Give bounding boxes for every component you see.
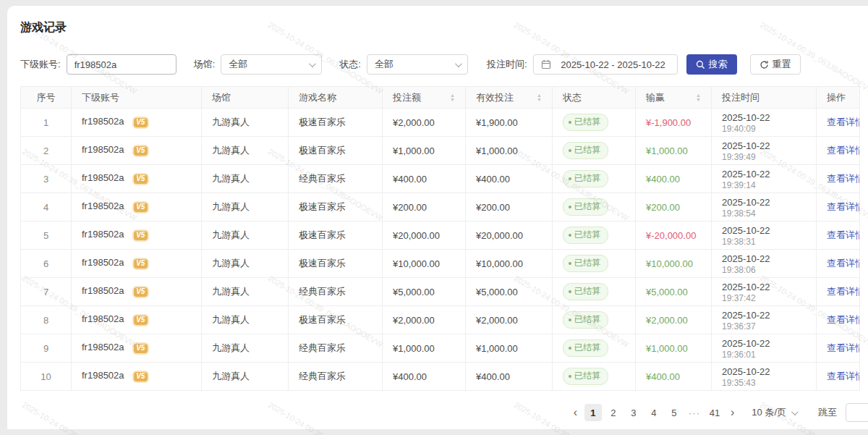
bet-amount-cell: ¥1,000.00 (383, 334, 466, 363)
account-name: fr198502a (82, 200, 124, 211)
row-index: 6 (21, 250, 72, 278)
bet-amount-cell: ¥400.00 (383, 165, 466, 193)
status-badge: 已结算 (563, 311, 608, 329)
view-details-link[interactable]: 查看详情 (827, 342, 860, 353)
account-name: fr198502a (82, 285, 124, 296)
reset-button[interactable]: 重置 (750, 54, 801, 75)
view-details-link[interactable]: 查看详情 (827, 286, 860, 297)
jump-to-input[interactable] (846, 403, 868, 422)
filter-bar: 下级账号: 场馆: 全部 状态: 全部 投注时间: 2025-10-22 - 2… (20, 54, 861, 75)
bet-amount-cell: ¥400.00 (383, 363, 466, 391)
page-button[interactable]: 1 (584, 404, 602, 421)
bet-date: 2025-10-22 (722, 140, 806, 152)
account-name: fr198502a (82, 229, 124, 240)
bet-time-cell: 2025-10-22 19:39:14 (712, 165, 817, 193)
action-cell: 查看详情 (817, 334, 860, 363)
view-details-link[interactable]: 查看详情 (827, 258, 860, 269)
valid-bet-cell: ¥20,000.00 (466, 221, 553, 250)
prev-page-button[interactable]: ‹ (569, 406, 582, 419)
bet-date: 2025-10-22 (722, 169, 806, 180)
header-venue: 场馆 (202, 87, 289, 109)
action-cell: 查看详情 (817, 109, 860, 137)
page-button[interactable]: 4 (645, 404, 663, 421)
header-index: 序号 (21, 87, 72, 109)
vip-badge: V5 (132, 258, 149, 270)
status-select[interactable]: 全部 (367, 54, 468, 75)
status-dot-icon (569, 262, 571, 265)
date-range-picker[interactable]: 2025-10-22 - 2025-10-22 (533, 54, 678, 75)
status-cell: 已结算 (553, 193, 636, 221)
page-button[interactable]: 3 (625, 404, 642, 421)
action-cell: 查看详情 (817, 193, 860, 221)
page-size-select[interactable]: 10 条/页 (752, 406, 796, 419)
next-page-button[interactable]: › (726, 406, 739, 419)
bet-time-cell: 2025-10-22 19:39:49 (712, 137, 817, 165)
venue-cell: 九游真人 (202, 109, 289, 137)
status-cell: 已结算 (553, 137, 636, 165)
page-title: 游戏记录 (20, 20, 861, 35)
bet-date: 2025-10-22 (722, 112, 806, 124)
venue-cell: 九游真人 (202, 137, 289, 165)
table-row: 4 fr198502a V5 九游真人 极速百家乐 ¥200.00 ¥200.0… (21, 193, 860, 221)
page-button[interactable]: 41 (706, 404, 723, 421)
view-details-link[interactable]: 查看详情 (827, 371, 860, 381)
venue-select[interactable]: 全部 (221, 54, 322, 75)
page-button[interactable]: 2 (605, 404, 622, 421)
vip-badge: V5 (132, 342, 149, 355)
view-details-link[interactable]: 查看详情 (827, 229, 860, 240)
game-name-cell: 经典百家乐 (289, 278, 383, 306)
game-name-cell: 极速百家乐 (289, 109, 383, 137)
winloss-value: ¥400.00 (646, 174, 680, 185)
bet-time: 19:40:09 (722, 124, 806, 134)
winloss-cell: ¥200.00 (636, 193, 712, 221)
date-range-value: 2025-10-22 - 2025-10-22 (557, 59, 670, 70)
valid-bet-cell: ¥5,000.00 (466, 278, 553, 306)
bet-amount-cell: ¥2,000.00 (383, 306, 466, 334)
status-label: 状态: (339, 58, 361, 71)
bet-amount-cell: ¥2,000.00 (383, 109, 466, 137)
table-row: 2 fr198502a V5 九游真人 极速百家乐 ¥1,000.00 ¥1,0… (21, 137, 860, 165)
bet-time: 19:39:14 (722, 180, 806, 190)
header-game-name: 游戏名称 (289, 87, 383, 109)
bet-time-cell: 2025-10-22 19:37:42 (712, 278, 817, 306)
vip-badge: V5 (132, 286, 149, 298)
vip-badge: V5 (132, 117, 149, 129)
view-details-link[interactable]: 查看详情 (827, 201, 860, 212)
winloss-value: ¥-1,900.00 (646, 117, 691, 128)
sort-icon[interactable]: ▲▼ (537, 93, 542, 102)
view-details-link[interactable]: 查看详情 (827, 173, 860, 184)
bet-amount-cell: ¥20,000.00 (383, 221, 466, 250)
page-button[interactable]: 5 (665, 404, 683, 421)
status-cell: 已结算 (553, 109, 636, 137)
vip-badge: V5 (132, 229, 149, 242)
status-dot-icon (569, 149, 571, 152)
account-input[interactable] (67, 54, 176, 75)
bet-time-cell: 2025-10-22 19:36:01 (712, 334, 817, 363)
venue-cell: 九游真人 (202, 165, 289, 193)
view-details-link[interactable]: 查看详情 (827, 314, 860, 325)
view-details-link[interactable]: 查看详情 (827, 117, 860, 127)
search-button[interactable]: 搜索 (686, 54, 737, 75)
chevron-down-icon (309, 60, 316, 67)
sort-icon[interactable]: ▲▼ (450, 93, 455, 102)
status-label: 已结算 (574, 200, 600, 213)
bet-date: 2025-10-22 (722, 282, 806, 293)
view-details-link[interactable]: 查看详情 (827, 145, 860, 156)
sort-icon[interactable]: ▲▼ (696, 93, 701, 102)
game-name-cell: 极速百家乐 (289, 137, 383, 165)
table-row: 10 fr198502a V5 九游真人 经典百家乐 ¥400.00 ¥400.… (21, 363, 860, 391)
winloss-value: ¥2,000.00 (646, 315, 688, 326)
row-index: 9 (21, 334, 72, 363)
valid-bet-cell: ¥2,000.00 (466, 306, 553, 334)
account-name: fr198502a (82, 144, 124, 155)
status-label: 已结算 (574, 144, 600, 156)
game-name-cell: 极速百家乐 (289, 250, 383, 278)
action-cell: 查看详情 (817, 278, 860, 306)
venue-cell: 九游真人 (202, 250, 289, 278)
valid-bet-cell: ¥400.00 (466, 165, 553, 193)
status-label: 已结算 (574, 172, 600, 185)
game-name-cell: 经典百家乐 (289, 363, 383, 391)
status-label: 已结算 (574, 342, 600, 354)
game-name-cell: 经典百家乐 (289, 165, 383, 193)
table-row: 8 fr198502a V5 九游真人 极速百家乐 ¥2,000.00 ¥2,0… (21, 306, 860, 334)
